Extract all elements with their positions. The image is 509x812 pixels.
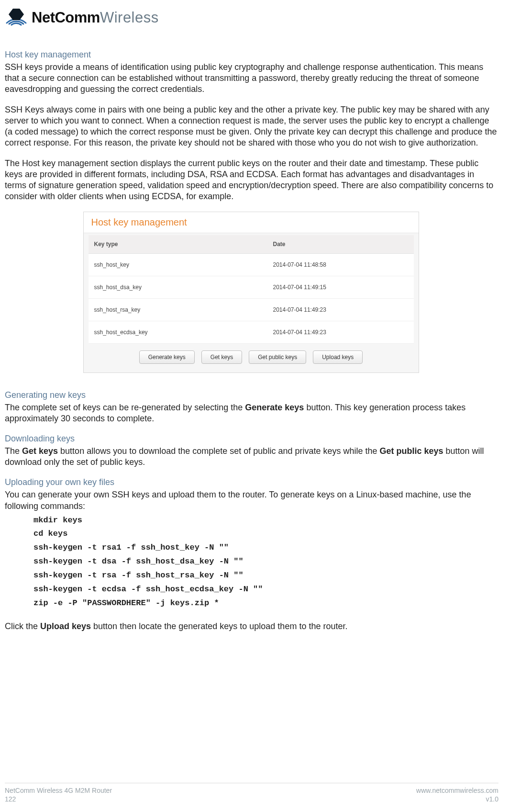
figure-title: Host key management	[84, 212, 419, 233]
paragraph: The Host key management section displays…	[5, 158, 497, 202]
brand-logo-icon	[5, 9, 28, 27]
hostkey-figure: Host key management Key type Date ssh_ho…	[83, 212, 419, 373]
paragraph: Click the Upload keys button then locate…	[5, 621, 497, 632]
figure-button-row: Generate keys Get keys Get public keys U…	[89, 344, 414, 366]
cell-date: 2014-07-04 11:49:23	[267, 321, 414, 344]
cell-keytype: ssh_host_dsa_key	[89, 276, 267, 299]
cell-date: 2014-07-04 11:48:58	[267, 254, 414, 276]
generate-keys-button[interactable]: Generate keys	[139, 350, 195, 364]
table-row: ssh_host_rsa_key 2014-07-04 11:49:23	[89, 299, 414, 321]
table-row: ssh_host_dsa_key 2014-07-04 11:49:15	[89, 276, 414, 299]
paragraph: The complete set of keys can be re-gener…	[5, 402, 497, 424]
bold-text: Upload keys	[40, 621, 91, 631]
footer-product: NetComm Wireless 4G M2M Router	[5, 786, 112, 795]
page-footer: NetComm Wireless 4G M2M Router 122 www.n…	[5, 783, 498, 803]
brand-thin: Wireless	[100, 9, 159, 26]
table-row: ssh_host_key 2014-07-04 11:48:58	[89, 254, 414, 276]
bold-text: Get public keys	[380, 446, 443, 456]
cell-date: 2014-07-04 11:49:15	[267, 276, 414, 299]
code-block: mkdir keys cd keys ssh-keygen -t rsa1 -f…	[33, 514, 497, 610]
text: The	[5, 446, 22, 456]
get-keys-button[interactable]: Get keys	[201, 350, 242, 364]
footer-version: v1.0	[416, 795, 498, 803]
paragraph: SSH keys provide a means of identificati…	[5, 62, 497, 95]
paragraph: SSH Keys always come in pairs with one b…	[5, 104, 497, 148]
paragraph: You can generate your own SSH keys and u…	[5, 489, 497, 511]
section-title-generating: Generating new keys	[5, 390, 497, 400]
th-date: Date	[267, 235, 414, 254]
brand-bold: NetComm	[32, 9, 100, 26]
svg-marker-0	[9, 9, 24, 20]
bold-text: Get keys	[22, 446, 58, 456]
bold-text: Generate keys	[245, 403, 304, 412]
section-title-hostkey: Host key management	[5, 50, 497, 60]
footer-url: www.netcommwireless.com	[416, 786, 498, 795]
cell-keytype: ssh_host_rsa_key	[89, 299, 267, 321]
cell-keytype: ssh_host_key	[89, 254, 267, 276]
upload-keys-button[interactable]: Upload keys	[313, 350, 363, 364]
page-header: NetCommWireless	[5, 9, 497, 27]
get-public-keys-button[interactable]: Get public keys	[249, 350, 306, 364]
footer-pageno: 122	[5, 795, 112, 803]
cell-keytype: ssh_host_ecdsa_key	[89, 321, 267, 344]
text: The complete set of keys can be re-gener…	[5, 403, 245, 412]
text: Click the	[5, 621, 40, 631]
cell-date: 2014-07-04 11:49:23	[267, 299, 414, 321]
hostkey-table: Key type Date ssh_host_key 2014-07-04 11…	[89, 235, 414, 344]
text: button then locate the generated keys to…	[91, 621, 347, 631]
text: button allows you to download the comple…	[58, 446, 379, 456]
section-title-uploading: Uploading your own key files	[5, 477, 497, 487]
paragraph: The Get keys button allows you to downlo…	[5, 446, 497, 468]
section-title-downloading: Downloading keys	[5, 434, 497, 444]
brand-text: NetCommWireless	[32, 9, 159, 26]
table-row: ssh_host_ecdsa_key 2014-07-04 11:49:23	[89, 321, 414, 344]
th-keytype: Key type	[89, 235, 267, 254]
